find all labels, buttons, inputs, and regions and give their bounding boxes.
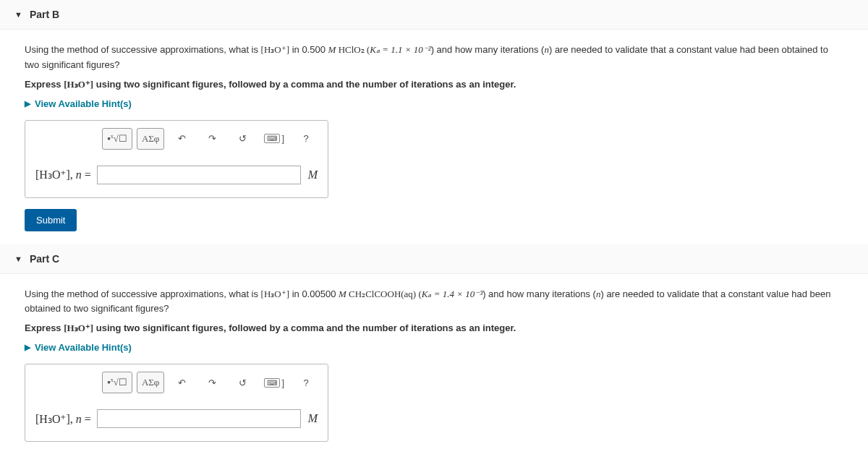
redo-button[interactable]: ↷ (199, 128, 225, 150)
part-c-header[interactable]: ▼ Part C (0, 244, 868, 274)
reset-icon: ↺ (239, 377, 247, 388)
reset-button[interactable]: ↺ (229, 372, 255, 393)
reset-button[interactable]: ↺ (229, 128, 255, 150)
part-b-answer-row: [H₃O⁺], n = M (25, 157, 328, 197)
help-icon: ? (303, 377, 308, 388)
keyboard-button[interactable]: ⌨] (260, 128, 289, 150)
undo-icon: ↶ (178, 133, 186, 144)
greek-icon: ΑΣφ (142, 133, 159, 145)
part-b-toolbar: ▪x√☐ ΑΣφ ↶ ↷ ↺ ⌨] ? (25, 121, 328, 157)
part-c-body: Using the method of successive approxima… (0, 274, 868, 449)
hints-label: View Available Hint(s) (35, 98, 132, 109)
part-b-instruction: Express [H₃O⁺] using two significant fig… (25, 79, 843, 90)
greek-button[interactable]: ΑΣφ (137, 128, 164, 150)
greek-icon: ΑΣφ (142, 377, 159, 388)
help-button[interactable]: ? (293, 128, 319, 150)
reset-icon: ↺ (239, 133, 247, 144)
part-b-answer-box: ▪x√☐ ΑΣφ ↶ ↷ ↺ ⌨] ? (25, 120, 328, 198)
part-c-answer-box: ▪x√☐ ΑΣφ ↶ ↷ ↺ ⌨] ? (25, 364, 328, 442)
help-icon: ? (303, 133, 308, 144)
keyboard-icon: ⌨ (264, 134, 280, 143)
redo-icon: ↷ (208, 133, 216, 144)
answer-label: [H₃O⁺], n = (35, 412, 91, 426)
answer-unit: M (308, 412, 318, 425)
part-c-instruction: Express [H₃O⁺] using two significant fig… (25, 322, 843, 334)
undo-button[interactable]: ↶ (169, 372, 195, 393)
caret-right-icon: ▶ (25, 343, 30, 352)
undo-button[interactable]: ↶ (169, 128, 195, 150)
part-b-question: Using the method of successive approxima… (25, 43, 843, 73)
part-c-answer-row: [H₃O⁺], n = M (25, 401, 328, 441)
part-c-title: Part C (30, 253, 59, 265)
part-c-question: Using the method of successive approxima… (25, 287, 843, 317)
part-c-answer-input[interactable] (97, 409, 301, 428)
part-b-section: ▼ Part B Using the method of successive … (0, 0, 868, 244)
templates-button[interactable]: ▪x√☐ (102, 128, 132, 150)
caret-right-icon: ▶ (25, 99, 30, 108)
part-b-body: Using the method of successive approxima… (0, 30, 868, 244)
help-button[interactable]: ? (293, 372, 319, 393)
part-c-section: ▼ Part C Using the method of successive … (0, 244, 868, 449)
templates-icon: ▪x√☐ (107, 133, 127, 145)
undo-icon: ↶ (178, 377, 186, 388)
templates-icon: ▪x√☐ (107, 377, 127, 388)
keyboard-button[interactable]: ⌨] (260, 372, 289, 393)
part-b-hints-toggle[interactable]: ▶ View Available Hint(s) (25, 98, 132, 109)
redo-icon: ↷ (208, 377, 216, 388)
caret-down-icon: ▼ (14, 10, 22, 19)
part-b-header[interactable]: ▼ Part B (0, 0, 868, 30)
redo-button[interactable]: ↷ (199, 372, 225, 393)
part-c-toolbar: ▪x√☐ ΑΣφ ↶ ↷ ↺ ⌨] ? (25, 364, 328, 401)
answer-unit: M (308, 168, 318, 181)
part-b-answer-input[interactable] (97, 166, 301, 184)
part-b-title: Part B (30, 9, 59, 20)
part-b-submit-button[interactable]: Submit (25, 209, 77, 231)
templates-button[interactable]: ▪x√☐ (102, 372, 132, 393)
hints-label: View Available Hint(s) (35, 342, 132, 353)
part-c-hints-toggle[interactable]: ▶ View Available Hint(s) (25, 342, 132, 353)
keyboard-icon: ⌨ (264, 378, 280, 388)
answer-label: [H₃O⁺], n = (35, 168, 91, 181)
greek-button[interactable]: ΑΣφ (137, 372, 164, 393)
caret-down-icon: ▼ (14, 255, 22, 263)
